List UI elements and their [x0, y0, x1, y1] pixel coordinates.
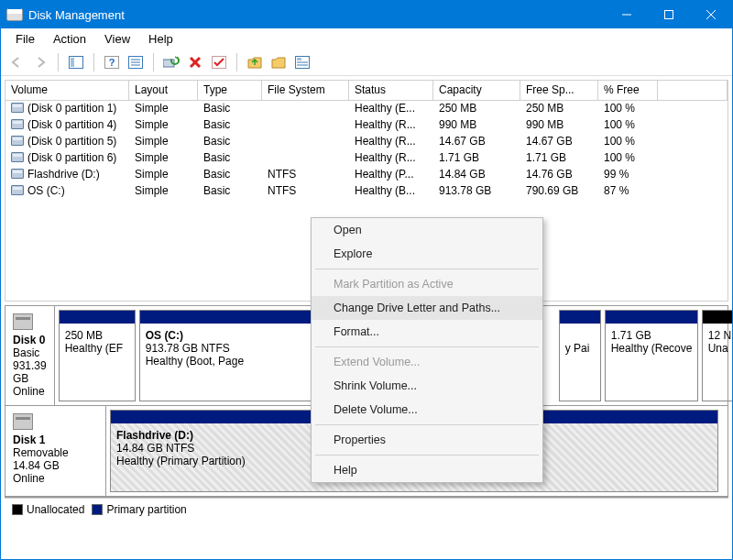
- menu-bar: File Action View Help: [1, 28, 732, 49]
- svg-rect-5: [71, 58, 74, 67]
- app-icon: [6, 8, 23, 21]
- table-row[interactable]: (Disk 0 partition 1)SimpleBasicHealthy (…: [5, 101, 728, 117]
- minimize-button[interactable]: [606, 1, 648, 28]
- show-hide-tree-button[interactable]: [66, 52, 86, 72]
- volume-icon: [11, 103, 24, 113]
- legend: Unallocated Primary partition: [5, 498, 728, 520]
- legend-primary-label: Primary partition: [106, 503, 186, 516]
- context-menu-item[interactable]: Shrink Volume...: [312, 374, 542, 398]
- partition-body: y Pai: [560, 324, 600, 401]
- partition-body: OS (C:)913.78 GB NTFSHealthy (Boot, Page: [140, 324, 333, 401]
- volume-icon: [11, 136, 24, 146]
- partition-body: 12 NUna: [703, 324, 733, 401]
- col-capacity[interactable]: Capacity: [433, 81, 520, 101]
- column-headers: Volume Layout Type File System Status Ca…: [5, 81, 728, 101]
- partition[interactable]: OS (C:)913.78 GB NTFSHealthy (Boot, Page: [139, 310, 334, 401]
- partition-cap: [560, 311, 600, 324]
- separator: [93, 53, 94, 71]
- svg-rect-1: [665, 11, 673, 19]
- context-menu-item[interactable]: Help: [312, 458, 542, 482]
- table-row[interactable]: OS (C:)SimpleBasicNTFSHealthy (B...913.7…: [5, 183, 728, 200]
- col-layout[interactable]: Layout: [129, 81, 198, 101]
- context-menu[interactable]: OpenExploreMark Partition as ActiveChang…: [311, 217, 543, 483]
- col-pctfree[interactable]: % Free: [598, 81, 658, 101]
- close-button[interactable]: [690, 1, 732, 28]
- folder-up-button[interactable]: [245, 52, 265, 72]
- menu-file[interactable]: File: [6, 30, 44, 48]
- table-row[interactable]: (Disk 0 partition 6)SimpleBasicHealthy (…: [5, 150, 728, 167]
- menu-separator: [315, 455, 539, 456]
- disk-label[interactable]: Disk 0Basic931.39 GBOnline: [5, 306, 55, 405]
- context-menu-item[interactable]: Explore: [312, 242, 542, 266]
- swatch-black: [12, 504, 23, 515]
- disk-icon: [13, 313, 33, 330]
- volume-icon: [11, 119, 24, 129]
- partition-cap: [140, 311, 333, 324]
- menu-separator: [315, 346, 539, 347]
- menu-view[interactable]: View: [95, 30, 139, 48]
- partition[interactable]: y Pai: [559, 310, 601, 401]
- toolbar: ?: [1, 49, 732, 76]
- forward-button[interactable]: [30, 52, 50, 72]
- separator: [58, 53, 59, 71]
- col-volume[interactable]: Volume: [5, 81, 129, 101]
- svg-text:?: ?: [109, 57, 115, 68]
- table-row[interactable]: (Disk 0 partition 5)SimpleBasicHealthy (…: [5, 134, 728, 150]
- col-status[interactable]: Status: [349, 81, 433, 101]
- menu-help[interactable]: Help: [139, 30, 182, 48]
- legend-unallocated: Unallocated: [12, 503, 84, 516]
- folder-button[interactable]: [268, 52, 289, 72]
- help-button[interactable]: ?: [102, 52, 122, 72]
- partition-body: 250 MBHealthy (EF: [60, 324, 135, 401]
- separator: [236, 53, 237, 71]
- volume-icon: [11, 152, 24, 162]
- context-menu-item: Mark Partition as Active: [312, 272, 542, 296]
- partition-cap: [703, 311, 733, 324]
- context-menu-item[interactable]: Properties: [312, 428, 542, 452]
- swatch-blue: [92, 504, 103, 515]
- col-filesystem[interactable]: File System: [262, 81, 349, 101]
- maximize-button[interactable]: [648, 1, 690, 28]
- properties-button[interactable]: [292, 52, 312, 72]
- menu-separator: [315, 269, 539, 269]
- title-bar: Disk Management: [1, 1, 732, 28]
- col-spacer: [658, 81, 728, 101]
- menu-action[interactable]: Action: [44, 30, 95, 48]
- context-menu-item[interactable]: Open: [312, 218, 542, 242]
- partition-body: 1.71 GBHealthy (Recove: [606, 324, 697, 401]
- settings-list-button[interactable]: [126, 52, 146, 72]
- legend-unallocated-label: Unallocated: [27, 503, 84, 516]
- partition[interactable]: 1.71 GBHealthy (Recove: [605, 310, 698, 401]
- check-button[interactable]: [209, 52, 229, 72]
- menu-separator: [315, 424, 539, 425]
- disk-label[interactable]: Disk 1Removable14.84 GBOnline: [5, 406, 106, 496]
- window-title: Disk Management: [28, 8, 125, 22]
- context-menu-item[interactable]: Format...: [312, 320, 542, 344]
- partition[interactable]: 250 MBHealthy (EF: [59, 310, 136, 401]
- volume-icon: [11, 169, 24, 179]
- partition-cap: [60, 311, 135, 324]
- context-menu-item[interactable]: Change Drive Letter and Paths...: [312, 296, 542, 320]
- context-menu-item[interactable]: Delete Volume...: [312, 398, 542, 422]
- volume-rows: (Disk 0 partition 1)SimpleBasicHealthy (…: [5, 101, 728, 200]
- table-row[interactable]: (Disk 0 partition 4)SimpleBasicHealthy (…: [5, 117, 728, 134]
- col-free[interactable]: Free Sp...: [520, 81, 598, 101]
- disk-icon: [13, 413, 33, 430]
- delete-button[interactable]: [185, 52, 205, 72]
- separator: [153, 53, 154, 71]
- partition[interactable]: 12 NUna: [702, 310, 733, 401]
- window-controls: [606, 1, 732, 28]
- svg-rect-18: [297, 58, 301, 60]
- partition-cap: [606, 311, 697, 324]
- context-menu-item: Extend Volume...: [312, 350, 542, 374]
- volume-icon: [11, 185, 24, 195]
- legend-primary: Primary partition: [92, 503, 186, 516]
- back-button[interactable]: [6, 52, 27, 72]
- table-row[interactable]: Flashdrive (D:)SimpleBasicNTFSHealthy (P…: [5, 167, 728, 183]
- col-type[interactable]: Type: [198, 81, 262, 101]
- refresh-button[interactable]: [161, 52, 181, 72]
